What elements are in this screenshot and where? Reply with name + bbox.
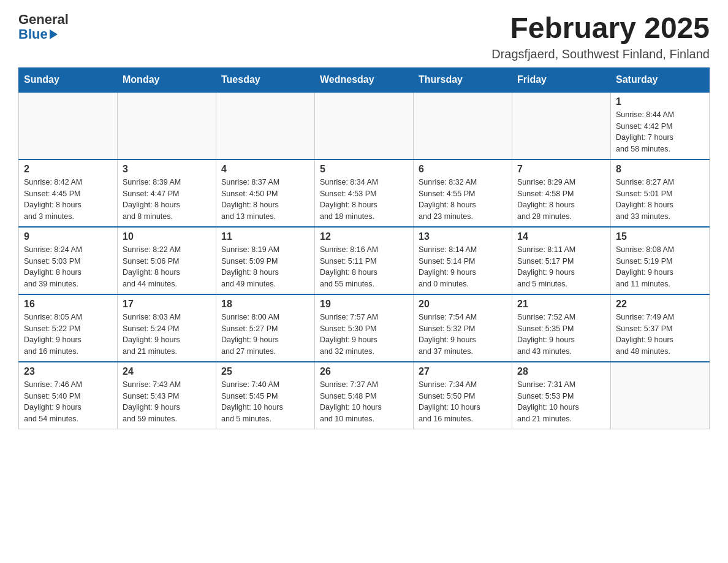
- calendar-cell: 17Sunrise: 8:03 AMSunset: 5:24 PMDayligh…: [118, 294, 216, 362]
- day-info: Sunrise: 7:34 AMSunset: 5:50 PMDaylight:…: [419, 379, 507, 425]
- calendar-cell: 15Sunrise: 8:08 AMSunset: 5:19 PMDayligh…: [611, 227, 710, 294]
- day-number: 5: [320, 164, 408, 175]
- calendar-cell: 25Sunrise: 7:40 AMSunset: 5:45 PMDayligh…: [216, 362, 315, 429]
- weekday-header-monday: Monday: [118, 67, 216, 92]
- day-number: 26: [320, 366, 408, 377]
- calendar-cell: 2Sunrise: 8:42 AMSunset: 4:45 PMDaylight…: [19, 159, 118, 227]
- logo: General Blue: [18, 12, 69, 42]
- weekday-header-wednesday: Wednesday: [315, 67, 414, 92]
- day-number: 25: [221, 366, 309, 377]
- calendar-cell: 28Sunrise: 7:31 AMSunset: 5:53 PMDayligh…: [512, 362, 611, 429]
- calendar-cell: [315, 92, 414, 159]
- day-info: Sunrise: 7:49 AMSunset: 5:37 PMDaylight:…: [616, 312, 704, 358]
- day-number: 7: [517, 164, 605, 175]
- day-info: Sunrise: 8:32 AMSunset: 4:55 PMDaylight:…: [419, 177, 507, 223]
- calendar-cell: 26Sunrise: 7:37 AMSunset: 5:48 PMDayligh…: [315, 362, 414, 429]
- day-number: 27: [419, 366, 507, 377]
- calendar-week-row: 16Sunrise: 8:05 AMSunset: 5:22 PMDayligh…: [19, 294, 710, 362]
- day-number: 28: [517, 366, 605, 377]
- day-info: Sunrise: 7:43 AMSunset: 5:43 PMDaylight:…: [123, 379, 211, 425]
- calendar-week-row: 9Sunrise: 8:24 AMSunset: 5:03 PMDaylight…: [19, 227, 710, 294]
- calendar-cell: 16Sunrise: 8:05 AMSunset: 5:22 PMDayligh…: [19, 294, 118, 362]
- day-info: Sunrise: 8:14 AMSunset: 5:14 PMDaylight:…: [419, 244, 507, 290]
- day-number: 12: [320, 231, 408, 242]
- calendar-cell: [216, 92, 315, 159]
- day-info: Sunrise: 8:27 AMSunset: 5:01 PMDaylight:…: [616, 177, 704, 223]
- title-area: February 2025 Dragsfjaerd, Southwest Fin…: [491, 12, 710, 61]
- day-info: Sunrise: 8:11 AMSunset: 5:17 PMDaylight:…: [517, 244, 605, 290]
- calendar-cell: 22Sunrise: 7:49 AMSunset: 5:37 PMDayligh…: [611, 294, 710, 362]
- calendar-cell: 11Sunrise: 8:19 AMSunset: 5:09 PMDayligh…: [216, 227, 315, 294]
- day-number: 21: [517, 299, 605, 310]
- calendar-cell: 18Sunrise: 8:00 AMSunset: 5:27 PMDayligh…: [216, 294, 315, 362]
- calendar-cell: 9Sunrise: 8:24 AMSunset: 5:03 PMDaylight…: [19, 227, 118, 294]
- calendar-cell: 1Sunrise: 8:44 AMSunset: 4:42 PMDaylight…: [611, 92, 710, 159]
- day-number: 9: [24, 231, 112, 242]
- calendar-cell: 24Sunrise: 7:43 AMSunset: 5:43 PMDayligh…: [118, 362, 216, 429]
- weekday-header-tuesday: Tuesday: [216, 67, 315, 92]
- day-info: Sunrise: 8:44 AMSunset: 4:42 PMDaylight:…: [616, 109, 704, 155]
- day-info: Sunrise: 8:34 AMSunset: 4:53 PMDaylight:…: [320, 177, 408, 223]
- calendar-cell: 10Sunrise: 8:22 AMSunset: 5:06 PMDayligh…: [118, 227, 216, 294]
- calendar-cell: [512, 92, 611, 159]
- day-number: 16: [24, 299, 112, 310]
- day-number: 8: [616, 164, 704, 175]
- day-number: 14: [517, 231, 605, 242]
- day-info: Sunrise: 7:46 AMSunset: 5:40 PMDaylight:…: [24, 379, 112, 425]
- weekday-header-sunday: Sunday: [19, 67, 118, 92]
- calendar-cell: 12Sunrise: 8:16 AMSunset: 5:11 PMDayligh…: [315, 227, 414, 294]
- day-number: 18: [221, 299, 309, 310]
- page-header: General Blue February 2025 Dragsfjaerd, …: [18, 12, 710, 61]
- logo-triangle-icon: [50, 29, 58, 39]
- weekday-header-thursday: Thursday: [414, 67, 512, 92]
- day-info: Sunrise: 7:54 AMSunset: 5:32 PMDaylight:…: [419, 312, 507, 358]
- calendar-week-row: 23Sunrise: 7:46 AMSunset: 5:40 PMDayligh…: [19, 362, 710, 429]
- calendar-cell: [19, 92, 118, 159]
- day-info: Sunrise: 7:37 AMSunset: 5:48 PMDaylight:…: [320, 379, 408, 425]
- location-subtitle: Dragsfjaerd, Southwest Finland, Finland: [491, 47, 710, 61]
- day-number: 23: [24, 366, 112, 377]
- day-info: Sunrise: 8:24 AMSunset: 5:03 PMDaylight:…: [24, 244, 112, 290]
- calendar-cell: [414, 92, 512, 159]
- calendar-body: 1Sunrise: 8:44 AMSunset: 4:42 PMDaylight…: [19, 92, 710, 429]
- day-number: 19: [320, 299, 408, 310]
- day-number: 15: [616, 231, 704, 242]
- day-info: Sunrise: 8:05 AMSunset: 5:22 PMDaylight:…: [24, 312, 112, 358]
- day-number: 22: [616, 299, 704, 310]
- calendar-cell: 8Sunrise: 8:27 AMSunset: 5:01 PMDaylight…: [611, 159, 710, 227]
- day-number: 10: [123, 231, 211, 242]
- weekday-header-saturday: Saturday: [611, 67, 710, 92]
- weekday-header-row: SundayMondayTuesdayWednesdayThursdayFrid…: [19, 67, 710, 92]
- calendar-cell: 5Sunrise: 8:34 AMSunset: 4:53 PMDaylight…: [315, 159, 414, 227]
- day-number: 2: [24, 164, 112, 175]
- weekday-header-friday: Friday: [512, 67, 611, 92]
- day-info: Sunrise: 8:00 AMSunset: 5:27 PMDaylight:…: [221, 312, 309, 358]
- day-number: 6: [419, 164, 507, 175]
- day-info: Sunrise: 8:29 AMSunset: 4:58 PMDaylight:…: [517, 177, 605, 223]
- day-info: Sunrise: 8:16 AMSunset: 5:11 PMDaylight:…: [320, 244, 408, 290]
- day-number: 1: [616, 96, 704, 107]
- calendar-cell: 13Sunrise: 8:14 AMSunset: 5:14 PMDayligh…: [414, 227, 512, 294]
- month-title: February 2025: [491, 12, 710, 45]
- day-info: Sunrise: 7:57 AMSunset: 5:30 PMDaylight:…: [320, 312, 408, 358]
- calendar-cell: 23Sunrise: 7:46 AMSunset: 5:40 PMDayligh…: [19, 362, 118, 429]
- day-info: Sunrise: 8:37 AMSunset: 4:50 PMDaylight:…: [221, 177, 309, 223]
- day-info: Sunrise: 8:03 AMSunset: 5:24 PMDaylight:…: [123, 312, 211, 358]
- calendar-cell: 4Sunrise: 8:37 AMSunset: 4:50 PMDaylight…: [216, 159, 315, 227]
- day-number: 4: [221, 164, 309, 175]
- logo-general: General: [18, 12, 69, 27]
- day-info: Sunrise: 8:19 AMSunset: 5:09 PMDaylight:…: [221, 244, 309, 290]
- day-number: 17: [123, 299, 211, 310]
- day-number: 24: [123, 366, 211, 377]
- day-number: 13: [419, 231, 507, 242]
- day-info: Sunrise: 7:40 AMSunset: 5:45 PMDaylight:…: [221, 379, 309, 425]
- calendar-cell: 14Sunrise: 8:11 AMSunset: 5:17 PMDayligh…: [512, 227, 611, 294]
- day-info: Sunrise: 8:22 AMSunset: 5:06 PMDaylight:…: [123, 244, 211, 290]
- calendar-cell: 3Sunrise: 8:39 AMSunset: 4:47 PMDaylight…: [118, 159, 216, 227]
- calendar-cell: 21Sunrise: 7:52 AMSunset: 5:35 PMDayligh…: [512, 294, 611, 362]
- calendar-week-row: 2Sunrise: 8:42 AMSunset: 4:45 PMDaylight…: [19, 159, 710, 227]
- day-info: Sunrise: 8:08 AMSunset: 5:19 PMDaylight:…: [616, 244, 704, 290]
- day-number: 20: [419, 299, 507, 310]
- day-number: 3: [123, 164, 211, 175]
- day-info: Sunrise: 8:39 AMSunset: 4:47 PMDaylight:…: [123, 177, 211, 223]
